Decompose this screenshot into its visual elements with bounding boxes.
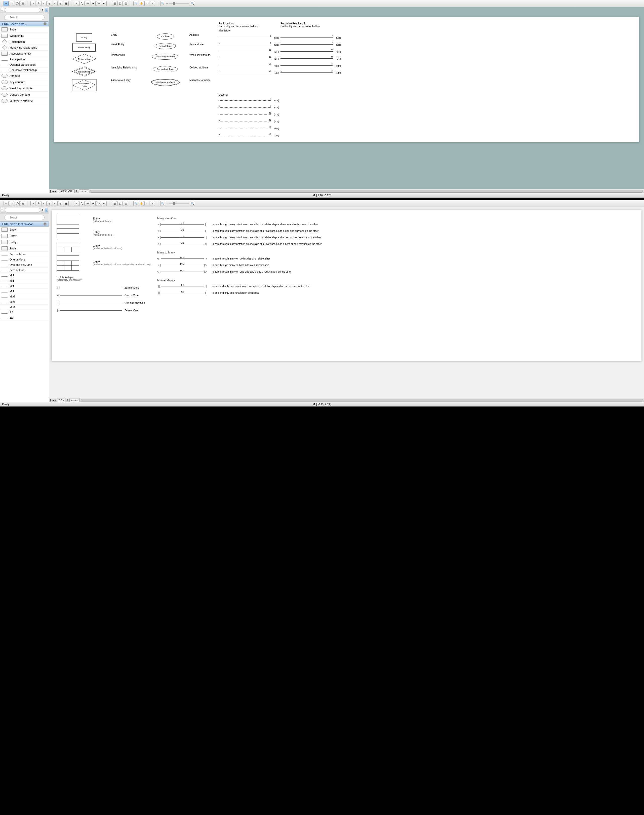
shape-item[interactable]: Derived attribute bbox=[0, 92, 49, 98]
tree-view-btn[interactable]: ☰ bbox=[1, 208, 4, 212]
pointer-tool[interactable]: ▸ bbox=[3, 1, 9, 6]
ellipse-tool[interactable]: ◯ bbox=[15, 201, 20, 206]
conn2[interactable]: └ bbox=[36, 1, 41, 6]
line1[interactable]: ╲ bbox=[74, 1, 79, 6]
canvas[interactable]: Entity(with no attributes)Entity(with at… bbox=[52, 210, 641, 361]
shape-item[interactable]: Recursive relationship bbox=[0, 68, 49, 73]
shape-item[interactable]: One or More bbox=[0, 257, 49, 262]
search-input[interactable] bbox=[4, 215, 44, 220]
grid-view-btn[interactable]: ⊞ bbox=[41, 208, 44, 212]
line3[interactable]: ⤳ bbox=[85, 201, 90, 206]
zoom-slider[interactable] bbox=[169, 3, 189, 4]
close-icon[interactable]: × bbox=[43, 223, 46, 226]
shape-item[interactable]: M:M bbox=[0, 304, 49, 310]
conn5[interactable]: ┐ bbox=[52, 1, 58, 6]
zoom-out[interactable]: 🔍 bbox=[160, 201, 165, 206]
shape-item[interactable]: Entity bbox=[0, 233, 49, 239]
line3[interactable]: ⤳ bbox=[85, 1, 90, 6]
shape-item[interactable]: Attribute bbox=[0, 73, 49, 79]
shape-item[interactable]: Associative entity bbox=[0, 51, 49, 57]
shape-item[interactable]: Entity bbox=[0, 239, 49, 245]
line5[interactable]: ⇆ bbox=[96, 201, 101, 206]
line2[interactable]: ╲ bbox=[80, 201, 84, 206]
grid-view-btn[interactable]: ⊞ bbox=[41, 8, 44, 12]
pointer-tool[interactable]: ▸ bbox=[3, 201, 9, 206]
shape-item[interactable]: 1:1 bbox=[0, 315, 49, 320]
tree-view-btn[interactable]: ☰ bbox=[1, 8, 4, 12]
line4[interactable]: ⇥ bbox=[90, 1, 96, 6]
eyedrop-tool[interactable]: ✎ bbox=[150, 201, 155, 206]
conn1[interactable]: └ bbox=[31, 201, 35, 206]
conn7[interactable]: ▦ bbox=[64, 1, 69, 6]
shape-item[interactable]: M:1 bbox=[0, 283, 49, 289]
shape-item[interactable]: M:1 bbox=[0, 289, 49, 294]
shape-item[interactable]: Multivalue attribute bbox=[0, 98, 49, 104]
line4[interactable]: ⇥ bbox=[90, 201, 96, 206]
shape-item[interactable]: Entity bbox=[0, 226, 49, 233]
panel-header[interactable]: ERD, Chen's nota... × bbox=[0, 22, 49, 26]
conn4[interactable]: ┐ bbox=[47, 201, 52, 206]
zoom-in[interactable]: 🔍 bbox=[190, 201, 195, 206]
grp1[interactable]: ◫ bbox=[112, 201, 117, 206]
eyedrop-tool[interactable]: ✎ bbox=[150, 1, 155, 6]
shape-item[interactable]: Entity bbox=[0, 26, 49, 33]
zoom-in[interactable]: 🔍 bbox=[190, 1, 195, 6]
conn6[interactable]: ┐ bbox=[58, 1, 63, 6]
line6[interactable]: ⇔ bbox=[102, 201, 107, 206]
hand-tool[interactable]: ✋ bbox=[139, 201, 144, 206]
zoom-slider[interactable] bbox=[169, 203, 189, 204]
zoom-display[interactable]: Custom 79% bbox=[57, 189, 75, 193]
shape-item[interactable]: One and only One bbox=[0, 262, 49, 268]
rect-tool[interactable]: ▭ bbox=[9, 201, 14, 206]
conn5[interactable]: ┐ bbox=[52, 201, 58, 206]
shape-item[interactable]: Weak entity bbox=[0, 33, 49, 39]
close-icon[interactable]: × bbox=[43, 22, 46, 25]
shape-item[interactable]: Key attribute bbox=[0, 79, 49, 85]
shape-item[interactable]: M:1 bbox=[0, 278, 49, 283]
rect-tool[interactable]: ▭ bbox=[9, 1, 14, 6]
grp3[interactable]: ◫ bbox=[123, 1, 128, 6]
grp2[interactable]: ◫ bbox=[118, 1, 123, 6]
conn2[interactable]: └ bbox=[36, 201, 41, 206]
conn3[interactable]: ┐ bbox=[41, 1, 46, 6]
grp1[interactable]: ◫ bbox=[112, 1, 117, 6]
grp3[interactable]: ◫ bbox=[123, 201, 128, 206]
hscroll[interactable]: ‖◂▸ Custom 79% ⇕ ▭▭▭ bbox=[49, 189, 644, 193]
zoom-tool[interactable]: 🔍 bbox=[133, 201, 138, 206]
line1[interactable]: ╲ bbox=[74, 201, 79, 206]
conn7[interactable]: ▦ bbox=[64, 201, 69, 206]
shape-item[interactable]: 1:1 bbox=[0, 310, 49, 315]
text-tool[interactable]: ▤ bbox=[20, 201, 25, 206]
line5[interactable]: ⇆ bbox=[96, 1, 101, 6]
filter-input[interactable] bbox=[5, 8, 40, 12]
conn6[interactable]: ┐ bbox=[58, 201, 63, 206]
shape-item[interactable]: M:M bbox=[0, 294, 49, 299]
canvas[interactable]: Participations Cardinality can be shown … bbox=[54, 17, 639, 142]
text-tool[interactable]: ▤ bbox=[20, 1, 25, 6]
shape-item[interactable]: M:M bbox=[0, 299, 49, 304]
shape-item[interactable]: Weak key attribute bbox=[0, 85, 49, 92]
shape-item[interactable]: Identifying relationship bbox=[0, 45, 49, 51]
stamp-tool[interactable]: ▭ bbox=[144, 1, 149, 6]
hand-tool[interactable]: ✋ bbox=[139, 1, 144, 6]
conn1[interactable]: └ bbox=[31, 1, 35, 6]
search-btn[interactable]: 🔍 bbox=[45, 8, 48, 12]
shape-item[interactable]: Relationship bbox=[0, 39, 49, 45]
shape-item[interactable]: Entity bbox=[0, 245, 49, 252]
conn4[interactable]: ┐ bbox=[47, 1, 52, 6]
shape-item[interactable]: Zero or More bbox=[0, 252, 49, 257]
zoom-display[interactable]: 75% bbox=[57, 398, 65, 402]
filter-input[interactable] bbox=[5, 208, 40, 212]
line2[interactable]: ╲ bbox=[80, 1, 84, 6]
zoom-out[interactable]: 🔍 bbox=[160, 1, 165, 6]
shape-item[interactable]: Participation bbox=[0, 57, 49, 62]
stamp-tool[interactable]: ▭ bbox=[144, 201, 149, 206]
conn3[interactable]: ┐ bbox=[41, 201, 46, 206]
hscroll[interactable]: ‖◂▸ 75% ⇕ ▭▭▭ bbox=[49, 398, 644, 402]
shape-item[interactable]: Optional participation bbox=[0, 62, 49, 68]
search-btn[interactable]: 🔍 bbox=[45, 208, 48, 212]
line6[interactable]: ⇔ bbox=[102, 1, 107, 6]
shape-item[interactable]: M:1 bbox=[0, 273, 49, 278]
grp2[interactable]: ◫ bbox=[118, 201, 123, 206]
ellipse-tool[interactable]: ◯ bbox=[15, 1, 20, 6]
